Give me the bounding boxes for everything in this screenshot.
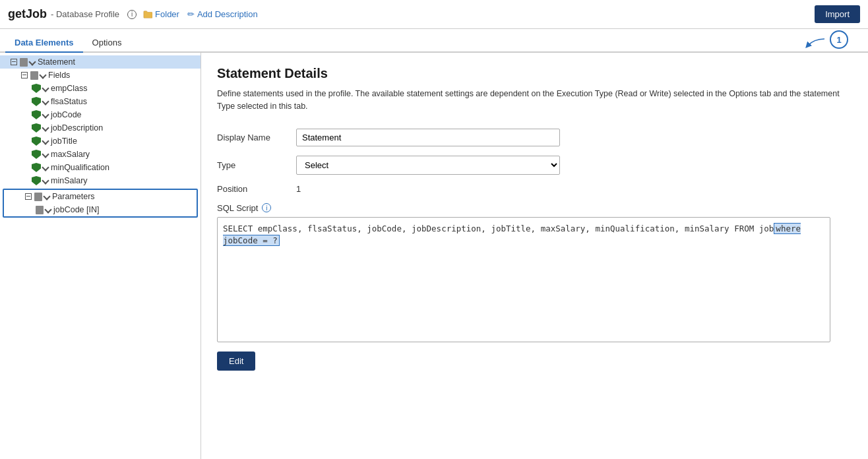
tour-arrow [803, 36, 830, 49]
list-item[interactable]: minQualification [0, 161, 201, 174]
chevron-icon [42, 84, 49, 92]
content-description: Define statements used in the profile. T… [217, 88, 844, 113]
tour-badge: 1 [830, 30, 848, 49]
shield-icon [32, 123, 41, 133]
shield-icon [32, 163, 41, 172]
sql-info-icon[interactable]: i [262, 203, 271, 212]
folder-link-label: Folder [155, 9, 179, 19]
list-item[interactable]: flsaStatus [0, 95, 201, 108]
list-item[interactable]: jobDescription [0, 121, 201, 135]
chevron-icon [42, 111, 49, 118]
shield-icon [32, 137, 41, 146]
chevron-icon [42, 137, 49, 144]
display-name-row: Display Name [217, 129, 852, 146]
add-description-link[interactable]: ✏ Add Description [187, 9, 258, 19]
page-title: Statement Details [217, 66, 852, 81]
doc-param-icon [36, 206, 44, 214]
param-label: jobCode [IN] [53, 205, 99, 214]
chevron-icon [44, 206, 51, 213]
doc-statement-icon [20, 58, 28, 67]
chevron-icon [42, 177, 49, 184]
chevron-parameters-icon [43, 193, 50, 200]
add-description-label: Add Description [197, 9, 258, 19]
type-row: Type Select Insert Update Delete [217, 156, 852, 175]
type-label: Type [217, 160, 296, 170]
chevron-icon [42, 98, 49, 105]
field-label: flsaStatus [51, 97, 87, 106]
app-header: getJob - Database Profile i Folder ✏ Add… [0, 0, 868, 29]
collapse-parameters-icon[interactable] [25, 193, 32, 200]
collapse-fields-icon[interactable] [21, 72, 28, 78]
app-logo: getJob [8, 7, 47, 21]
header-subtitle: - Database Profile [51, 9, 119, 19]
field-label: minSalary [51, 176, 88, 185]
doc-fields-icon [30, 71, 38, 80]
tab-options[interactable]: Options [83, 34, 131, 53]
tab-data-elements[interactable]: Data Elements [5, 34, 83, 53]
edit-button[interactable]: Edit [217, 352, 255, 371]
header-info-icon[interactable]: i [127, 10, 137, 19]
sidebar: Statement Fields empClass flsaStatus job… [0, 53, 201, 459]
pencil-icon: ✏ [187, 9, 195, 19]
sql-script-label: SQL Script [217, 203, 258, 213]
field-label: empClass [51, 84, 88, 93]
display-name-input[interactable] [296, 129, 560, 146]
sql-text-main: SELECT empClass, flsaStatus, jobCode, jo… [223, 224, 774, 233]
list-item[interactable]: maxSalary [0, 148, 201, 161]
sql-script-label-row: SQL Script i [217, 203, 852, 213]
tabs-bar: Data Elements Options [0, 29, 868, 53]
chevron-statement-icon [28, 58, 36, 65]
chevron-icon [42, 124, 49, 131]
import-button[interactable]: Import [815, 5, 860, 23]
shield-icon [32, 97, 41, 106]
field-label: maxSalary [51, 150, 90, 159]
shield-icon [32, 150, 41, 159]
tree-fields[interactable]: Fields [0, 69, 201, 82]
list-item[interactable]: empClass [0, 82, 201, 95]
list-item[interactable]: minSalary [0, 174, 201, 187]
position-row: Position 1 [217, 184, 852, 194]
main-layout: Statement Fields empClass flsaStatus job… [0, 53, 868, 459]
tree-parameters[interactable]: Parameters [4, 190, 197, 203]
chevron-icon [42, 164, 49, 171]
parameters-section: Parameters jobCode [IN] [3, 189, 198, 218]
content-area: Statement Details Define statements used… [201, 53, 868, 459]
shield-icon [32, 84, 41, 93]
tree-statement[interactable]: Statement [0, 55, 201, 69]
type-select[interactable]: Select Insert Update Delete [296, 156, 560, 175]
folder-link[interactable]: Folder [143, 9, 179, 19]
chevron-fields-icon [39, 71, 46, 78]
statement-label: Statement [38, 57, 75, 67]
display-name-label: Display Name [217, 133, 296, 142]
collapse-statement-icon[interactable] [11, 59, 17, 65]
shield-icon [32, 176, 41, 185]
list-item[interactable]: jobCode [IN] [4, 203, 197, 216]
position-value: 1 [296, 184, 301, 194]
sql-script-display[interactable]: SELECT empClass, flsaStatus, jobCode, jo… [217, 217, 830, 342]
parameters-label: Parameters [52, 192, 95, 201]
field-label: jobDescription [51, 123, 103, 133]
field-label: jobTitle [51, 137, 77, 146]
field-label: jobCode [51, 110, 82, 119]
field-label: minQualification [51, 163, 109, 172]
fields-label: Fields [48, 71, 70, 80]
list-item[interactable]: jobCode [0, 108, 201, 121]
shield-icon [32, 110, 41, 119]
list-item[interactable]: jobTitle [0, 135, 201, 148]
folder-icon [143, 10, 152, 19]
position-label: Position [217, 184, 296, 194]
chevron-icon [42, 150, 49, 158]
doc-parameters-icon [34, 193, 42, 201]
